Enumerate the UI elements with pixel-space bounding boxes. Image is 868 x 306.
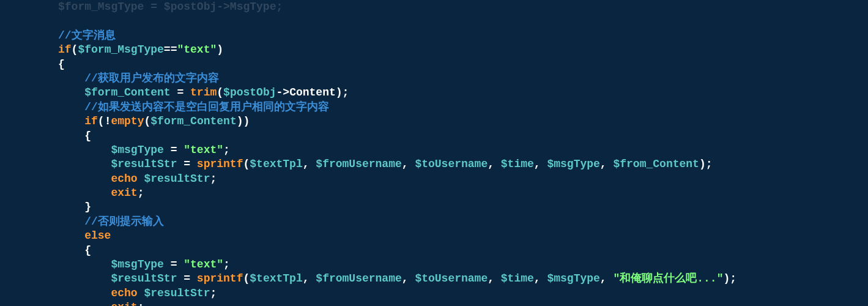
comment-line: //否则提示输入	[84, 215, 164, 228]
keyword-if: if	[58, 43, 72, 56]
keyword-echo: echo	[111, 173, 137, 185]
keyword-else: else	[84, 230, 111, 242]
comment-line: //获取用户发布的文字内容	[84, 72, 219, 84]
code-line: $form_MsgType = $postObj->MsgType;	[58, 1, 283, 13]
keyword-echo: echo	[111, 287, 137, 299]
keyword-if: if	[84, 115, 98, 127]
keyword-exit: exit	[111, 187, 137, 199]
comment-line: //如果发送内容不是空白回复用户相同的文字内容	[84, 101, 329, 113]
code-block: $form_MsgType = $postObj->MsgType; //文字消…	[0, 0, 868, 306]
comment-line: //文字消息	[58, 29, 116, 42]
keyword-exit: exit	[111, 301, 137, 306]
